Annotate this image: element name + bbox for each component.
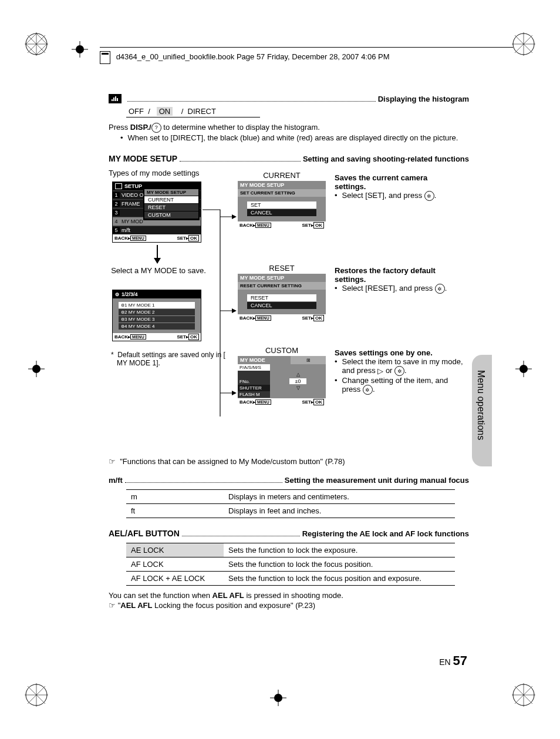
mymode-diagram: SETUP 1VIDEO O 2FRAME 3 4MY MOD 5m/ft MY… (109, 182, 469, 452)
reg-mark-icon (512, 683, 535, 707)
svg-rect-38 (115, 96, 116, 101)
svg-marker-44 (232, 391, 237, 395)
mft-heading: m/ft Setting the measurement unit during… (109, 475, 469, 485)
mft-table: mDisplays in meters and centimeters. ftD… (126, 489, 455, 518)
svg-rect-36 (112, 99, 113, 101)
reset-label: RESET (238, 264, 326, 273)
ael-heading: AEL/AFL BUTTON Registering the AE lock a… (109, 529, 469, 538)
select-mymode-label: Select a MY MODE to save. (109, 266, 208, 275)
svg-rect-39 (117, 98, 118, 101)
page-number: EN 57 (439, 653, 467, 669)
book-header: d4364_e_00_unified_bookfile.book Page 57… (100, 47, 513, 64)
histogram-options: OFF / ON / DIRECT (126, 106, 260, 117)
current-desc: Saves the current camera settings. Selec… (335, 173, 458, 201)
arrow-down-icon (153, 245, 162, 264)
custom-label: CUSTOM (238, 346, 326, 355)
crosshair-icon (515, 361, 532, 377)
current-screen: MY MODE SETUP SET CURRENT SETTING SET CA… (238, 181, 326, 229)
svg-marker-41 (154, 258, 161, 264)
side-section-label: Menu operations (475, 370, 486, 440)
pointer-icon: ☞ (109, 457, 116, 466)
reset-desc: Restores the factory default settings. S… (335, 266, 458, 294)
custom-desc: Saves settings one by one. Select the it… (335, 348, 464, 395)
custom-screen: MY MODE ⊞ P/A/S/M/S FNo. SHUTTER FLASH M… (238, 356, 326, 406)
reset-screen: MY MODE SETUP RESET CURRENT SETTING RESE… (238, 274, 326, 322)
ok-icon: ✲ (363, 385, 373, 395)
svg-marker-42 (232, 214, 237, 219)
help-icon: ? (151, 123, 161, 133)
reg-mark-icon (512, 32, 535, 56)
ok-icon: ✲ (435, 284, 445, 294)
crosshair-icon (270, 690, 286, 706)
mymode-list-screen: ⚙1/2/3/4 ⚙1 MY MODE 1 ⚙2 MY MODE 2 ⚙3 MY… (112, 290, 201, 341)
histogram-body: Press DISP./? to determine whether to di… (109, 122, 469, 143)
mymode-heading: MY MODE SETUP Setting and saving shootin… (109, 154, 469, 163)
crosshair-icon (28, 361, 45, 377)
reg-mark-icon (25, 683, 48, 707)
right-icon: ▷ (377, 367, 383, 375)
setup-screen: SETUP 1VIDEO O 2FRAME 3 4MY MOD 5m/ft MY… (112, 182, 201, 243)
pointer-icon: ☞ (109, 601, 116, 610)
crosshair-icon (72, 41, 88, 58)
connector-lines (203, 199, 237, 434)
mymode-ref: ☞ "Functions that can be assigned to My … (109, 456, 469, 467)
ok-icon: ✲ (424, 191, 434, 201)
ael-body: You can set the function when AEL AFL is… (109, 590, 469, 611)
svg-marker-43 (232, 308, 237, 313)
histogram-heading: Displaying the histogram (109, 94, 469, 103)
current-label: CURRENT (238, 171, 326, 180)
reg-mark-icon (25, 32, 48, 56)
ok-icon: ✲ (394, 366, 404, 376)
svg-rect-37 (113, 98, 114, 101)
histogram-icon (109, 94, 122, 103)
ael-table: AE LOCKSets the function to lock the exp… (126, 543, 455, 586)
